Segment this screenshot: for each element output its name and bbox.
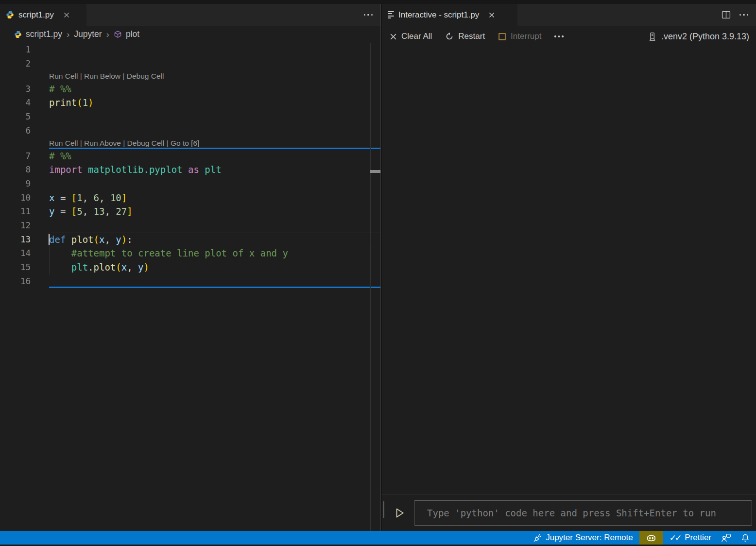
right-tab-bar: Interactive - script1.py [382, 4, 756, 26]
double-check-icon: ✓✓ [670, 533, 681, 543]
python-icon [6, 11, 14, 19]
line-number: 3 [0, 82, 49, 96]
codelens-separator: | [78, 72, 84, 80]
code-line[interactable]: 7# %% [0, 149, 380, 163]
input-scrollbar[interactable] [383, 501, 384, 518]
line-number: 4 [0, 96, 49, 110]
indent-guide [50, 246, 50, 274]
line-number: 11 [0, 205, 49, 219]
code-line[interactable]: 12 [0, 219, 380, 233]
tab-title: Interactive - script1.py [398, 10, 479, 20]
code-line[interactable]: 2 [0, 57, 380, 71]
codelens-link[interactable]: Go to [6] [171, 139, 199, 147]
codelens-link[interactable]: Run Cell [49, 139, 78, 147]
code-line[interactable]: 13def plot(x, y): [0, 233, 380, 247]
code-line[interactable]: 14 #attempt to create line plot of x and… [0, 246, 380, 260]
overview-ruler-marker [370, 170, 380, 173]
notifications-status[interactable] [736, 531, 756, 545]
interactive-window-panel: Interactive - script1.py [382, 4, 756, 531]
code-line[interactable]: 10x = [1, 6, 10] [0, 191, 380, 205]
tab-interactive-script1[interactable]: Interactive - script1.py [382, 4, 517, 26]
left-tab-bar: script1.py [0, 4, 380, 26]
codelens-row: Run Cell | Run Below | Debug Cell [0, 70, 380, 82]
line-number: 7 [0, 149, 49, 163]
breadcrumb-item-section[interactable]: Jupyter [74, 29, 102, 39]
codelens-link[interactable]: Run Above [84, 139, 121, 147]
code-line[interactable]: 4print(1) [0, 96, 380, 110]
feedback-status[interactable] [716, 531, 736, 545]
code-line[interactable]: 5 [0, 110, 380, 124]
breadcrumb: script1.py › Jupyter › plot [0, 26, 380, 43]
code-line[interactable]: 9 [0, 177, 380, 191]
breadcrumb-item-symbol[interactable]: plot [126, 29, 139, 39]
editor-group-left: script1.py s [0, 4, 380, 531]
vscode-window: script1.py s [0, 0, 756, 546]
code-line[interactable]: 1 [0, 43, 380, 57]
code-line[interactable]: 3# %% [0, 82, 380, 96]
code-editor[interactable]: 12Run Cell | Run Below | Debug Cell3# %%… [0, 43, 380, 531]
interrupt-icon [498, 33, 506, 41]
clear-all-icon [390, 33, 397, 40]
codelens-link[interactable]: Debug Cell [127, 72, 164, 80]
more-actions-icon[interactable] [364, 14, 373, 16]
codelens-link[interactable]: Debug Cell [127, 139, 165, 147]
interrupt-button[interactable]: Interrupt [498, 32, 541, 41]
restart-button[interactable]: Restart [445, 32, 485, 41]
codelens-separator: | [121, 139, 127, 147]
tab-title: script1.py [18, 10, 54, 20]
run-icon [394, 507, 406, 519]
kernel-picker[interactable]: .venv2 (Python 3.9.13) [648, 32, 749, 42]
codelens-link[interactable]: Run Cell [49, 72, 78, 80]
more-actions-icon[interactable] [739, 14, 749, 16]
jupyter-server-status[interactable]: Jupyter Server: Remote [528, 531, 638, 545]
bell-icon [741, 533, 750, 543]
status-bar: Jupyter Server: Remote ✓✓ Prettier [0, 531, 756, 545]
code-line[interactable]: 6 [0, 124, 380, 138]
interactive-history[interactable] [382, 47, 756, 495]
line-number: 10 [0, 191, 49, 205]
interactive-toolbar: Clear All Restart Interrupt [382, 26, 756, 47]
kernel-icon [648, 32, 657, 41]
code-line[interactable]: 11y = [5, 13, 27] [0, 205, 380, 219]
interactive-input-row: Type 'python' code here and press Shift+… [382, 495, 756, 531]
window-top-edge [0, 0, 756, 4]
copilot-status-badge[interactable] [639, 531, 663, 545]
code-input[interactable]: Type 'python' code here and press Shift+… [414, 500, 752, 526]
codelens-separator: | [78, 139, 84, 147]
chevron-right-icon: › [106, 29, 110, 40]
line-number: 6 [0, 124, 49, 138]
overview-ruler[interactable] [370, 43, 371, 531]
line-number: 14 [0, 246, 49, 260]
kernel-label: .venv2 (Python 3.9.13) [661, 32, 749, 42]
more-actions-icon[interactable] [554, 35, 564, 37]
python-icon [14, 31, 22, 38]
close-icon[interactable] [63, 12, 70, 18]
feedback-icon [721, 533, 731, 543]
cell-border-bottom [49, 287, 380, 288]
code-line[interactable]: 8import matplotlib.pyplot as plt [0, 163, 380, 177]
line-number: 15 [0, 260, 49, 274]
chevron-right-icon: › [66, 29, 70, 40]
prettier-status[interactable]: ✓✓ Prettier [665, 531, 716, 545]
codelens-separator: | [164, 139, 171, 147]
tab-script1-py[interactable]: script1.py [0, 4, 86, 26]
text-cursor [49, 234, 50, 245]
code-line[interactable]: 15 plt.plot(x, y) [0, 260, 380, 274]
line-number: 2 [0, 57, 49, 71]
line-number: 16 [0, 274, 49, 289]
close-icon[interactable] [488, 12, 495, 18]
codelens-link[interactable]: Run Below [84, 72, 120, 80]
breadcrumb-item-file[interactable]: script1.py [26, 29, 62, 39]
split-editor-icon[interactable] [722, 11, 731, 19]
line-number: 9 [0, 177, 49, 191]
clear-all-button[interactable]: Clear All [390, 32, 432, 41]
cell-border-top [49, 148, 380, 149]
line-number: 5 [0, 110, 49, 124]
line-number: 1 [0, 43, 49, 57]
line-number: 12 [0, 219, 49, 233]
copilot-icon [646, 532, 657, 544]
interactive-window-icon [388, 11, 394, 18]
run-button[interactable] [394, 507, 406, 519]
plug-icon [533, 533, 542, 543]
line-number: 13 [0, 233, 49, 247]
